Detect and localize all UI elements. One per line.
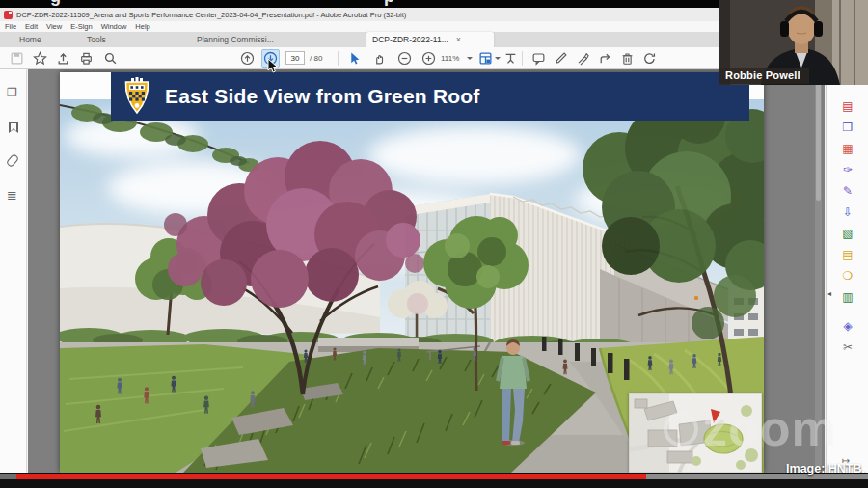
menu-item-file[interactable]: File (5, 22, 16, 31)
cropped-letter: g (50, 0, 61, 7)
mouse-cursor (267, 58, 279, 73)
redact-icon[interactable]: ✂ (840, 339, 855, 355)
video-frame: g p DCP-ZDR-2022-11509_Arena and Sports … (0, 0, 868, 488)
layers-icon[interactable]: ≣ (7, 189, 17, 202)
refresh-icon[interactable] (642, 51, 657, 66)
bookmarks-icon[interactable] (9, 122, 18, 133)
page-number-input[interactable] (285, 51, 305, 65)
presenter-webcam: Robbie Powell (719, 0, 868, 85)
tab-planning-commission[interactable]: Planning Commissi... (191, 32, 280, 47)
cropped-letter: p (384, 0, 394, 7)
page-total-label: / 80 (310, 54, 322, 63)
document-area: East Side View from Green Roof (28, 69, 825, 473)
share-upload-icon[interactable] (56, 51, 70, 66)
send-share-icon[interactable] (598, 51, 612, 66)
scan-and-ocr-icon[interactable]: ▥ (840, 289, 855, 305)
previous-page-icon[interactable] (240, 51, 255, 66)
menu-item-esign[interactable]: E-Sign (70, 22, 93, 31)
window-title: DCP-ZDR-2022-11509_Arena and Sports Perf… (16, 11, 406, 19)
acrobat-app-icon (4, 11, 13, 19)
export-pdf-icon[interactable]: ⇩ (840, 204, 855, 220)
fill-sign-icon[interactable] (576, 51, 590, 66)
request-signatures-icon[interactable]: ✑ (840, 162, 855, 177)
panel-collapse-icon[interactable]: ◂ (827, 289, 831, 298)
star-favorite-icon[interactable] (33, 51, 47, 66)
progress-start-segment (0, 474, 16, 479)
hand-tool-icon[interactable] (372, 51, 387, 66)
menu-item-edit[interactable]: Edit (25, 22, 38, 31)
zoom-out-icon[interactable] (397, 51, 412, 66)
menu-item-help[interactable]: Help (135, 22, 149, 31)
print-icon[interactable] (79, 51, 94, 66)
edit-pencil-icon[interactable] (554, 51, 568, 66)
attachments-icon[interactable] (6, 153, 19, 168)
create-pdf-icon[interactable]: ▤ (840, 98, 855, 114)
presentation-mode-icon[interactable] (503, 51, 518, 66)
protect-icon[interactable]: ◈ (840, 318, 855, 334)
zoom-level-label[interactable]: 111% (441, 54, 459, 63)
slide-title-banner: East Side View from Green Roof (111, 72, 749, 121)
image-credit-label: Image: HNTB. (786, 462, 865, 475)
left-navigation-rail: ❐ ≣ (0, 69, 27, 473)
video-player-bar[interactable] (0, 473, 868, 488)
delete-trash-icon[interactable] (620, 51, 635, 66)
comment-icon[interactable] (531, 51, 546, 66)
search-icon[interactable] (103, 51, 118, 66)
fill-and-sign-icon[interactable]: ✎ (840, 183, 855, 199)
presenter-name-label: Robbie Powell (719, 68, 809, 84)
save-icon[interactable] (10, 51, 24, 66)
comment-icon[interactable]: ❍ (840, 268, 855, 284)
page-thumbnails-icon[interactable]: ❐ (7, 87, 17, 98)
pdf-page: East Side View from Green Roof (60, 72, 764, 473)
page-view-icon[interactable] (478, 51, 493, 66)
tab-tools[interactable]: Tools (81, 32, 112, 47)
tab-close-icon[interactable]: × (456, 36, 461, 44)
combine-files-icon[interactable]: ❒ (840, 120, 855, 135)
site-plan-inset (629, 393, 762, 473)
pitt-shield-logo (122, 77, 151, 116)
document-scrollbar[interactable] (815, 73, 822, 469)
prepare-form-icon[interactable]: ▤ (840, 247, 855, 262)
page-view-caret-icon[interactable] (495, 57, 501, 60)
menu-item-view[interactable]: View (46, 22, 62, 31)
edit-pdf-icon[interactable]: ▦ (840, 141, 855, 156)
slide-title: East Side View from Green Roof (165, 85, 480, 108)
tab-current-document[interactable]: DCP-ZDR-2022-11... × (366, 32, 494, 47)
zoom-caret-icon[interactable] (467, 57, 473, 60)
tools-panel: ◂ ↦ ▤❒▦✑✎⇩▧▤❍▥◈✂ (826, 69, 868, 473)
zoom-in-icon[interactable] (421, 51, 436, 66)
progress-played (16, 474, 646, 479)
organize-pages-icon[interactable]: ▧ (840, 226, 855, 241)
select-tool-icon[interactable] (347, 51, 362, 66)
tab-home[interactable]: Home (14, 32, 47, 47)
menu-item-window[interactable]: Window (101, 22, 127, 31)
